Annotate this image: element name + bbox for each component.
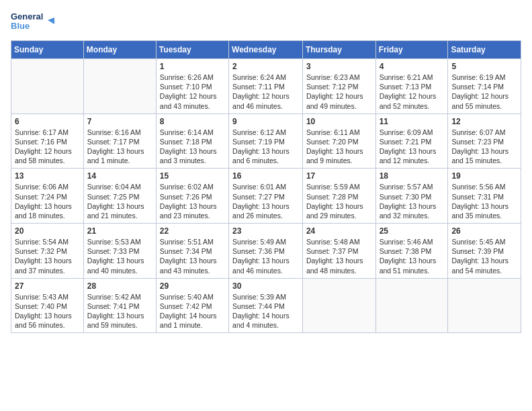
calendar-cell: 27Sunrise: 5:43 AMSunset: 7:40 PMDayligh… xyxy=(11,278,84,333)
calendar-cell: 5Sunrise: 6:19 AMSunset: 7:14 PMDaylight… xyxy=(448,59,521,114)
cell-content: Sunrise: 5:51 AMSunset: 7:34 PMDaylight:… xyxy=(160,237,225,275)
calendar-cell: 25Sunrise: 5:46 AMSunset: 7:38 PMDayligh… xyxy=(375,224,448,279)
svg-marker-2 xyxy=(48,17,54,24)
week-row-5: 27Sunrise: 5:43 AMSunset: 7:40 PMDayligh… xyxy=(11,278,521,333)
calendar-cell: 17Sunrise: 5:59 AMSunset: 7:28 PMDayligh… xyxy=(302,169,375,224)
calendar-cell: 24Sunrise: 5:48 AMSunset: 7:37 PMDayligh… xyxy=(302,224,375,279)
header-wednesday: Wednesday xyxy=(229,41,303,59)
week-row-3: 13Sunrise: 6:06 AMSunset: 7:24 PMDayligh… xyxy=(11,169,521,224)
header-monday: Monday xyxy=(83,41,156,59)
calendar-cell: 1Sunrise: 6:26 AMSunset: 7:10 PMDaylight… xyxy=(156,59,228,114)
day-number: 10 xyxy=(306,117,372,126)
calendar-cell: 7Sunrise: 6:16 AMSunset: 7:17 PMDaylight… xyxy=(83,113,156,169)
cell-content: Sunrise: 6:06 AMSunset: 7:24 PMDaylight:… xyxy=(15,182,80,220)
calendar-cell: 26Sunrise: 5:45 AMSunset: 7:39 PMDayligh… xyxy=(448,224,521,279)
cell-content: Sunrise: 6:26 AMSunset: 7:10 PMDaylight:… xyxy=(160,73,225,111)
calendar-cell: 11Sunrise: 6:09 AMSunset: 7:21 PMDayligh… xyxy=(375,113,448,169)
day-number: 27 xyxy=(15,281,80,291)
cell-content: Sunrise: 5:54 AMSunset: 7:32 PMDaylight:… xyxy=(15,237,80,275)
day-number: 8 xyxy=(160,117,225,126)
calendar-cell: 2Sunrise: 6:24 AMSunset: 7:11 PMDaylight… xyxy=(229,59,303,114)
cell-content: Sunrise: 6:19 AMSunset: 7:14 PMDaylight:… xyxy=(451,73,517,111)
svg-text:General: General xyxy=(11,11,43,21)
cell-content: Sunrise: 6:14 AMSunset: 7:18 PMDaylight:… xyxy=(160,128,225,166)
day-number: 26 xyxy=(451,226,517,236)
day-number: 22 xyxy=(160,226,225,236)
day-number: 11 xyxy=(380,117,445,126)
cell-content: Sunrise: 5:43 AMSunset: 7:40 PMDaylight:… xyxy=(15,292,80,330)
cell-content: Sunrise: 5:53 AMSunset: 7:33 PMDaylight:… xyxy=(87,237,152,275)
calendar-cell: 13Sunrise: 6:06 AMSunset: 7:24 PMDayligh… xyxy=(11,169,84,224)
calendar-cell: 19Sunrise: 5:56 AMSunset: 7:31 PMDayligh… xyxy=(448,169,521,224)
calendar-cell: 18Sunrise: 5:57 AMSunset: 7:30 PMDayligh… xyxy=(375,169,448,224)
cell-content: Sunrise: 6:16 AMSunset: 7:17 PMDaylight:… xyxy=(87,128,152,166)
calendar-cell: 10Sunrise: 6:11 AMSunset: 7:20 PMDayligh… xyxy=(302,113,375,169)
calendar-cell: 8Sunrise: 6:14 AMSunset: 7:18 PMDaylight… xyxy=(156,113,228,169)
cell-content: Sunrise: 5:57 AMSunset: 7:30 PMDaylight:… xyxy=(380,182,445,220)
day-number: 29 xyxy=(160,281,225,291)
calendar-cell xyxy=(375,278,448,333)
cell-content: Sunrise: 6:02 AMSunset: 7:26 PMDaylight:… xyxy=(160,182,225,220)
cell-content: Sunrise: 6:07 AMSunset: 7:23 PMDaylight:… xyxy=(451,128,517,166)
cell-content: Sunrise: 6:01 AMSunset: 7:27 PMDaylight:… xyxy=(232,182,299,220)
page-header: GeneralBlue xyxy=(11,11,521,32)
day-number: 28 xyxy=(87,281,152,291)
header-saturday: Saturday xyxy=(448,41,521,59)
cell-content: Sunrise: 5:40 AMSunset: 7:42 PMDaylight:… xyxy=(160,292,225,330)
calendar-cell: 14Sunrise: 6:04 AMSunset: 7:25 PMDayligh… xyxy=(83,169,156,224)
day-number: 15 xyxy=(160,171,225,181)
day-number: 7 xyxy=(87,117,152,126)
calendar-cell: 4Sunrise: 6:21 AMSunset: 7:13 PMDaylight… xyxy=(375,59,448,114)
week-row-2: 6Sunrise: 6:17 AMSunset: 7:16 PMDaylight… xyxy=(11,113,521,169)
cell-content: Sunrise: 6:12 AMSunset: 7:19 PMDaylight:… xyxy=(232,128,299,166)
day-number: 2 xyxy=(232,62,299,71)
cell-content: Sunrise: 6:17 AMSunset: 7:16 PMDaylight:… xyxy=(15,128,80,166)
logo: GeneralBlue xyxy=(11,11,58,32)
day-number: 18 xyxy=(380,171,445,181)
day-number: 30 xyxy=(232,281,299,291)
svg-text:Blue: Blue xyxy=(11,21,30,31)
cell-content: Sunrise: 6:24 AMSunset: 7:11 PMDaylight:… xyxy=(232,73,299,111)
day-number: 17 xyxy=(306,171,372,181)
calendar-cell xyxy=(11,59,84,114)
day-number: 3 xyxy=(306,62,372,71)
cell-content: Sunrise: 5:49 AMSunset: 7:36 PMDaylight:… xyxy=(232,237,299,275)
day-number: 12 xyxy=(451,117,517,126)
day-number: 6 xyxy=(15,117,80,126)
calendar-cell xyxy=(83,59,156,114)
header-friday: Friday xyxy=(375,41,448,59)
day-number: 24 xyxy=(306,226,372,236)
day-number: 4 xyxy=(380,62,445,71)
day-number: 19 xyxy=(451,171,517,181)
calendar-cell: 3Sunrise: 6:23 AMSunset: 7:12 PMDaylight… xyxy=(302,59,375,114)
calendar-cell: 16Sunrise: 6:01 AMSunset: 7:27 PMDayligh… xyxy=(229,169,303,224)
cell-content: Sunrise: 5:48 AMSunset: 7:37 PMDaylight:… xyxy=(306,237,372,275)
calendar-cell: 6Sunrise: 6:17 AMSunset: 7:16 PMDaylight… xyxy=(11,113,84,169)
calendar-cell: 23Sunrise: 5:49 AMSunset: 7:36 PMDayligh… xyxy=(229,224,303,279)
header-sunday: Sunday xyxy=(11,41,84,59)
calendar-cell: 30Sunrise: 5:39 AMSunset: 7:44 PMDayligh… xyxy=(229,278,303,333)
day-number: 20 xyxy=(15,226,80,236)
calendar-cell: 22Sunrise: 5:51 AMSunset: 7:34 PMDayligh… xyxy=(156,224,228,279)
calendar-cell: 9Sunrise: 6:12 AMSunset: 7:19 PMDaylight… xyxy=(229,113,303,169)
cell-content: Sunrise: 6:09 AMSunset: 7:21 PMDaylight:… xyxy=(380,128,445,166)
day-number: 1 xyxy=(160,62,225,71)
calendar-cell: 15Sunrise: 6:02 AMSunset: 7:26 PMDayligh… xyxy=(156,169,228,224)
day-number: 23 xyxy=(232,226,299,236)
day-number: 25 xyxy=(380,226,445,236)
day-number: 9 xyxy=(232,117,299,126)
cell-content: Sunrise: 6:04 AMSunset: 7:25 PMDaylight:… xyxy=(87,182,152,220)
calendar-cell xyxy=(448,278,521,333)
week-row-1: 1Sunrise: 6:26 AMSunset: 7:10 PMDaylight… xyxy=(11,59,521,114)
logo-icon: GeneralBlue xyxy=(11,11,58,32)
header-tuesday: Tuesday xyxy=(156,41,228,59)
day-number: 21 xyxy=(87,226,152,236)
day-number: 5 xyxy=(451,62,517,71)
cell-content: Sunrise: 6:23 AMSunset: 7:12 PMDaylight:… xyxy=(306,73,372,111)
cell-content: Sunrise: 5:45 AMSunset: 7:39 PMDaylight:… xyxy=(451,237,517,275)
cell-content: Sunrise: 6:11 AMSunset: 7:20 PMDaylight:… xyxy=(306,128,372,166)
calendar-cell: 29Sunrise: 5:40 AMSunset: 7:42 PMDayligh… xyxy=(156,278,228,333)
calendar-cell: 21Sunrise: 5:53 AMSunset: 7:33 PMDayligh… xyxy=(83,224,156,279)
day-number: 13 xyxy=(15,171,80,181)
calendar-cell: 28Sunrise: 5:42 AMSunset: 7:41 PMDayligh… xyxy=(83,278,156,333)
